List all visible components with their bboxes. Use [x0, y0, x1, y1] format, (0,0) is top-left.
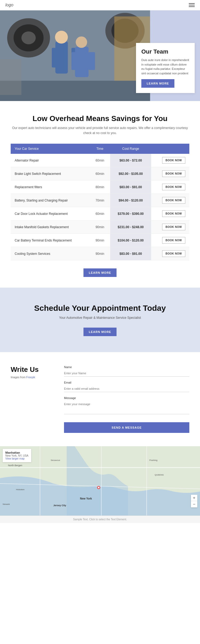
contact-images-text: Images from Freepik	[11, 376, 53, 379]
service-time: 90min	[90, 234, 110, 247]
service-cost: $92.00 - $105.00	[110, 167, 151, 180]
footer-text: Sample Text. Click to select the Text El…	[73, 518, 127, 521]
service-cost: $94.00 - $120.00	[110, 194, 151, 207]
book-now-button[interactable]: BOOK NOW	[162, 157, 185, 164]
menu-button[interactable]	[189, 3, 195, 7]
hero-image	[0, 10, 150, 101]
map-address: New York, NY, USA	[5, 454, 29, 457]
svg-text:North Bergen: North Bergen	[8, 464, 22, 467]
appointment-section: Schedule Your Appointment Today Your Aut…	[0, 288, 200, 352]
service-time: 90min	[90, 220, 110, 234]
svg-text:Hoboken: Hoboken	[16, 488, 25, 491]
services-subtitle: Our expert auto technicians will assess …	[11, 126, 189, 136]
service-time: 60min	[90, 154, 110, 167]
table-row: Alternator Repair 60min $63.00 - $72.00 …	[11, 154, 189, 167]
service-cost: $231.00 - $248.00	[110, 220, 151, 234]
appointment-subtitle: Your Automotive Repair & Maintenance Ser…	[11, 316, 189, 320]
book-cell: BOOK NOW	[151, 247, 189, 260]
table-row: Intake Manifold Gaskets Replacement 90mi…	[11, 220, 189, 234]
logo: logo	[5, 3, 13, 7]
table-header-time: Time	[90, 144, 110, 154]
hero-section: Our Team Duis aute irure dolor in repreh…	[0, 10, 200, 101]
svg-point-12	[76, 37, 87, 48]
zoom-out-button[interactable]: −	[191, 501, 197, 508]
contact-title: Write Us	[11, 365, 53, 374]
mechanic-scene	[0, 10, 150, 101]
appointment-title: Schedule Your Appointment Today	[11, 304, 189, 313]
service-name: Car Door Lock Actuator Replacement	[11, 207, 90, 220]
service-name: Alternator Repair	[11, 154, 90, 167]
message-input[interactable]	[64, 401, 189, 414]
table-row: Brake Light Switch Replacement 60min $92…	[11, 167, 189, 180]
book-now-button[interactable]: BOOK NOW	[162, 184, 185, 190]
name-label: Name	[64, 365, 189, 369]
table-row: Replacement filters 80min $83.00 - $91.0…	[11, 180, 189, 194]
book-now-button[interactable]: BOOK NOW	[162, 237, 185, 244]
table-row: Car Battery Terminal Ends Replacement 90…	[11, 234, 189, 247]
service-name: Battery, Starting and Charging Repair	[11, 194, 90, 207]
email-field-group: Email	[64, 381, 189, 392]
svg-rect-16	[0, 59, 21, 95]
svg-text:Flushing: Flushing	[149, 459, 157, 461]
send-message-button[interactable]: SEND A MESSAGE	[64, 422, 189, 433]
map-section: North Bergen Secaucus New York Hoboken J…	[0, 446, 200, 516]
contact-section: Write Us Images from Freepik Name Email …	[0, 352, 200, 446]
name-input[interactable]	[64, 370, 189, 377]
svg-point-4	[21, 31, 36, 44]
book-cell: BOOK NOW	[151, 167, 189, 180]
book-now-button[interactable]: BOOK NOW	[162, 170, 185, 177]
service-cost: $83.00 - $91.00	[110, 247, 151, 260]
appointment-learn-more-button[interactable]: LEARN MORE	[83, 328, 117, 336]
service-time: 60min	[90, 167, 110, 180]
svg-text:QUEENS: QUEENS	[155, 474, 164, 476]
map-zoom-controls: + −	[191, 495, 197, 508]
book-cell: BOOK NOW	[151, 194, 189, 207]
service-name: Cooling System Services	[11, 247, 90, 260]
hero-learn-more-button[interactable]: LEARN MORE	[141, 79, 174, 88]
book-now-button[interactable]: BOOK NOW	[162, 250, 185, 257]
service-cost: $379.00 - $390.00	[110, 207, 151, 220]
svg-rect-13	[71, 52, 78, 70]
table-row: Battery, Starting and Charging Repair 70…	[11, 194, 189, 207]
contact-form: Name Email Message SEND A MESSAGE	[64, 365, 189, 433]
svg-text:Jersey City: Jersey City	[53, 504, 66, 507]
service-cost: $104.00 - $120.00	[110, 234, 151, 247]
table-header-cost: Cost Range	[110, 144, 151, 154]
hero-description: Duis aute irure dolor in reprehenderit i…	[141, 58, 189, 75]
service-time: 70min	[90, 194, 110, 207]
service-cost: $63.00 - $72.00	[110, 154, 151, 167]
book-cell: BOOK NOW	[151, 234, 189, 247]
services-title: Low Overhead Means Savings for You	[11, 114, 189, 123]
zoom-in-button[interactable]: +	[191, 495, 197, 501]
map-title: Manhattan	[5, 451, 29, 454]
map-info-overlay: Manhattan New York, NY, USA View larger …	[3, 449, 31, 462]
site-header: logo	[0, 0, 200, 10]
svg-text:New York: New York	[80, 497, 92, 500]
name-field-group: Name	[64, 365, 189, 377]
svg-point-32	[98, 487, 99, 488]
service-time: 90min	[90, 247, 110, 260]
svg-rect-9	[52, 48, 59, 68]
svg-point-8	[55, 31, 68, 43]
svg-rect-14	[89, 52, 95, 70]
service-time: 60min	[90, 207, 110, 220]
message-label: Message	[64, 396, 189, 400]
freepik-link[interactable]: Freepik	[26, 376, 35, 379]
book-cell: BOOK NOW	[151, 154, 189, 167]
svg-text:Newark: Newark	[3, 503, 10, 505]
service-name: Car Battery Terminal Ends Replacement	[11, 234, 90, 247]
services-section: Low Overhead Means Savings for You Our e…	[0, 101, 200, 288]
message-field-group: Message	[64, 396, 189, 415]
email-label: Email	[64, 381, 189, 384]
book-now-button[interactable]: BOOK NOW	[162, 197, 185, 204]
service-cost: $83.00 - $91.00	[110, 180, 151, 194]
hero-title: Our Team	[141, 48, 189, 55]
services-table: Your Car Service Time Cost Range Alterna…	[11, 144, 189, 260]
services-learn-more-button[interactable]: LEARN MORE	[83, 268, 117, 277]
book-now-button[interactable]: BOOK NOW	[162, 210, 185, 217]
map-view-larger[interactable]: View larger map	[5, 457, 29, 460]
book-now-button[interactable]: BOOK NOW	[162, 224, 185, 230]
email-input[interactable]	[64, 385, 189, 392]
service-name: Brake Light Switch Replacement	[11, 167, 90, 180]
map-placeholder: North Bergen Secaucus New York Hoboken J…	[0, 446, 200, 516]
